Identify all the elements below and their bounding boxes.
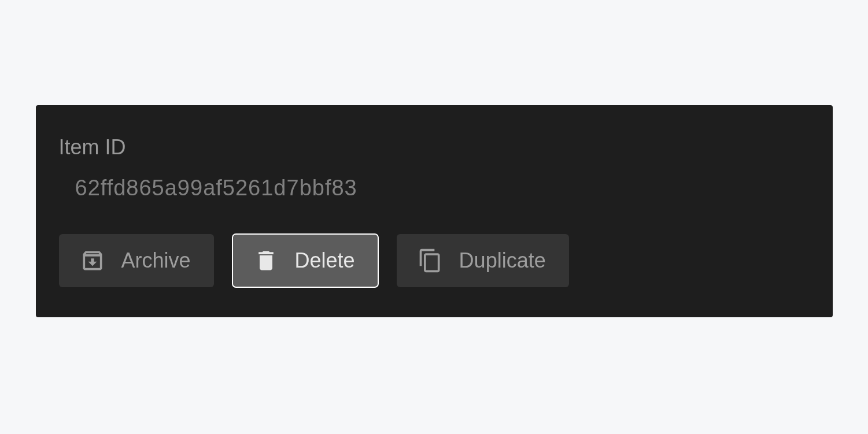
duplicate-icon	[418, 248, 443, 273]
item-id-value: 62ffd865a99af5261d7bbf83	[75, 176, 810, 201]
item-panel: Item ID 62ffd865a99af5261d7bbf83 Archive…	[36, 105, 833, 317]
archive-icon	[80, 248, 105, 273]
delete-button[interactable]: Delete	[232, 234, 378, 287]
delete-button-label: Delete	[295, 248, 355, 273]
duplicate-button[interactable]: Duplicate	[397, 234, 569, 287]
archive-button-label: Archive	[121, 248, 191, 273]
action-button-row: Archive Delete Duplicate	[59, 234, 810, 287]
archive-button[interactable]: Archive	[59, 234, 214, 287]
trash-icon	[253, 248, 279, 273]
item-id-label: Item ID	[59, 135, 810, 159]
duplicate-button-label: Duplicate	[459, 248, 546, 273]
